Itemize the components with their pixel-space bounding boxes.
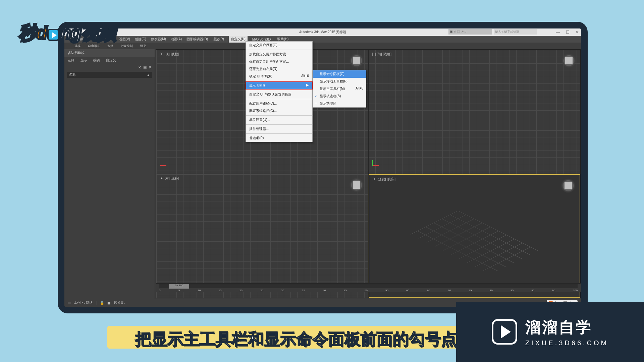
- pin-icon[interactable]: ⚲: [149, 65, 151, 70]
- app-window: Autodesk 3ds Max 2015 无标题 ▣ ☆ ⬚ ↗ ⌂ 键入关键…: [64, 28, 581, 307]
- lock-icon[interactable]: 🔒: [100, 301, 104, 305]
- dropdown-item[interactable]: 插件管理器...: [246, 125, 312, 133]
- window-title: Autodesk 3ds Max 2015 无标题: [299, 30, 346, 35]
- brand-watermark: 溜溜自学 ZIXUE.3D66.COM: [456, 302, 644, 362]
- ribbon-populate[interactable]: 填充: [140, 44, 146, 48]
- window-maximize[interactable]: ☐: [566, 30, 570, 35]
- pan-icon[interactable]: ⊞: [68, 301, 70, 305]
- axis-gizmo-icon: [160, 160, 170, 170]
- isolate-icon[interactable]: ▣: [107, 301, 110, 305]
- viewcube-icon[interactable]: [349, 178, 364, 192]
- submenu-item[interactable]: 显示浮动工具栏(F): [313, 78, 366, 85]
- submenu-item[interactable]: 显示功能区: [313, 100, 366, 107]
- menu-help[interactable]: 帮助(H): [277, 37, 288, 42]
- dropdown-item[interactable]: 单位设置(U)...: [246, 116, 312, 124]
- dropdown-item[interactable]: 加载自定义用户界面方案...: [246, 51, 312, 58]
- scene-list-header[interactable]: 名称 ▲: [67, 72, 152, 78]
- panel-tab-edit[interactable]: 编辑: [93, 58, 100, 63]
- ribbon-tabs: 建模 自由形式 选择 对象绘制 填充: [64, 43, 581, 49]
- menu-views[interactable]: 视图(V): [119, 37, 130, 42]
- viewcube-icon[interactable]: [561, 178, 576, 193]
- submenu-item[interactable]: 显示主工具栏(M)Alt+6: [313, 85, 366, 93]
- close-icon[interactable]: ✕: [138, 65, 141, 70]
- brand-logo-top: 秒dng视频: [19, 21, 116, 45]
- workspace-label[interactable]: 工作区: 默认: [74, 300, 93, 305]
- selection-set-label: 选择集:: [114, 300, 125, 305]
- dropdown-item[interactable]: 配置用户路径(C)...: [246, 100, 312, 107]
- device-frame: Autodesk 3ds Max 2015 无标题 ▣ ☆ ⬚ ↗ ⌂ 键入关键…: [58, 22, 588, 313]
- menu-graph-editors[interactable]: 图形编辑器(D): [186, 37, 208, 42]
- window-close[interactable]: ✕: [576, 30, 579, 35]
- play-icon: [492, 319, 517, 345]
- window-minimize[interactable]: —: [556, 30, 560, 35]
- dropdown-item[interactable]: 锁定 UI 布局(K)Alt+0: [246, 73, 312, 80]
- help-search-input[interactable]: 键入关键字或短语: [494, 29, 537, 35]
- dropdown-item[interactable]: 保存自定义用户界面方案...: [246, 58, 312, 65]
- dropdown-item[interactable]: 自定义 UI 与默认设置切换器: [246, 91, 312, 98]
- menu-maxscript[interactable]: MAXScript(X): [252, 38, 273, 41]
- axis-gizmo-icon: [372, 160, 382, 170]
- show-ui-submenu: 显示命令面板(C)显示浮动工具栏(F)显示主工具栏(M)Alt+6显示轨迹栏(B…: [313, 70, 366, 108]
- submenu-item[interactable]: 显示命令面板(C): [313, 70, 366, 78]
- ribbon-object-paint[interactable]: 对象绘制: [121, 44, 133, 48]
- customize-dropdown: 自定义用户界面(C)...加载自定义用户界面方案...保存自定义用户界面方案..…: [246, 41, 313, 142]
- menu-rendering[interactable]: 渲染(R): [213, 37, 224, 42]
- panel-tab-select[interactable]: 选择: [68, 58, 74, 63]
- viewport-left[interactable]: [+] [左] [线框]: [156, 174, 368, 298]
- panel-tab-customize[interactable]: 自定义: [106, 58, 116, 63]
- menu-modifiers[interactable]: 修改器(M): [151, 37, 166, 42]
- menu-customize[interactable]: 自定义(U): [229, 36, 248, 43]
- viewport-grid: [+] [顶] [线框] [+] [前] [线框] [+] [左] [线框] […: [156, 49, 581, 298]
- title-quick-icons[interactable]: ▣ ☆ ⬚ ↗ ⌂: [448, 29, 492, 35]
- viewcube-icon[interactable]: [349, 53, 364, 68]
- sort-icon[interactable]: ▲: [147, 73, 150, 77]
- menu-create[interactable]: 创建(C): [135, 37, 146, 42]
- timeline-ruler: 0510152025303540455055606570758085909510…: [159, 289, 578, 292]
- perspective-grid: [411, 210, 539, 275]
- scene-explorer: 多边形建模 选择 显示 编辑 自定义 ✕ ▤ ⚲ 名称 ▲: [64, 49, 155, 299]
- subtitle-text: 把显示主工具栏和显示命令面板前面的勾号点: [135, 328, 457, 350]
- dropdown-item[interactable]: 显示 UI(H)▶: [246, 82, 312, 89]
- menu-animation[interactable]: 动画(A): [171, 37, 182, 42]
- time-slider[interactable]: 0 / 100 05101520253035404550556065707580…: [156, 283, 581, 292]
- viewcube-icon[interactable]: [561, 53, 576, 68]
- dropdown-item[interactable]: 配置系统路径(C)...: [246, 107, 312, 115]
- scene-explorer-title: 多边形建模: [64, 49, 155, 57]
- viewport-front[interactable]: [+] [前] [线框]: [369, 50, 580, 174]
- submenu-item[interactable]: 显示轨迹栏(B): [313, 93, 366, 100]
- time-slider-knob[interactable]: 0 / 100: [169, 284, 189, 289]
- panel-tab-display[interactable]: 显示: [80, 58, 87, 63]
- titlebar: Autodesk 3ds Max 2015 无标题 ▣ ☆ ⬚ ↗ ⌂ 键入关键…: [64, 28, 581, 36]
- filter-icon[interactable]: ▤: [143, 65, 147, 70]
- dropdown-item[interactable]: 首选项(P)...: [246, 134, 312, 142]
- viewport-perspective[interactable]: [+] [透视] [真实]: [369, 174, 580, 298]
- menubar: 编辑(E) 工具(T) 组(G) 视图(V) 创建(C) 修改器(M) 动画(A…: [64, 36, 581, 43]
- dropdown-item[interactable]: 还原为启动布局(R): [246, 65, 312, 73]
- dropdown-item[interactable]: 自定义用户界面(C)...: [246, 42, 312, 49]
